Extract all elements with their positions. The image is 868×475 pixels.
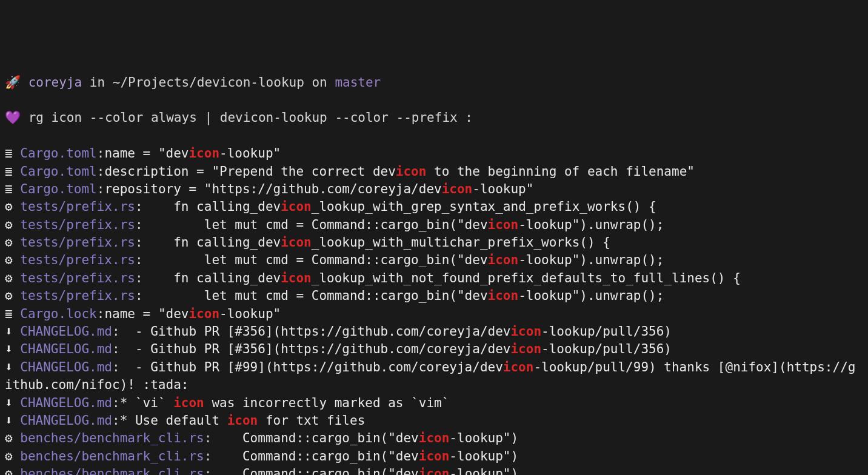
output-line: ⬇ CHANGELOG.md:* `vi` icon was incorrect… (5, 394, 863, 412)
line-content: name = "dev (104, 307, 189, 321)
rust-icon: ⚙ (5, 431, 20, 445)
line-content: _lookup_with_grep_syntax_and_prefix_work… (312, 199, 656, 214)
prompt-branch: master (335, 75, 381, 90)
prompt-in: in (82, 75, 113, 90)
filename: CHANGELOG.md (20, 360, 112, 374)
output-line: ⚙ tests/prefix.rs: let mut cmd = Command… (5, 287, 863, 305)
line-content: repository = "https://github.com/coreyja… (104, 182, 441, 196)
line-content: -lookup" (472, 182, 533, 196)
prompt-user: coreyja (28, 75, 82, 90)
separator: : (97, 182, 105, 196)
rust-icon: ⚙ (5, 253, 20, 267)
line-content: for txt files (258, 413, 365, 428)
line-content: -lookup").unwrap(); (518, 253, 664, 267)
line-content: description = "Prepend the correct dev (104, 164, 395, 179)
md-icon: ⬇ (5, 413, 20, 428)
prompt-line-2[interactable]: 💜 rg icon --color always | devicon-looku… (5, 109, 863, 127)
output-line: ≣ Cargo.toml:repository = "https://githu… (5, 181, 863, 198)
filename: tests/prefix.rs (20, 288, 135, 303)
match-highlight: icon (419, 431, 450, 445)
filename: Cargo.toml (20, 146, 96, 161)
separator: : (204, 431, 212, 445)
separator: : (112, 342, 120, 356)
terminal-output: ≣ Cargo.toml:name = "devicon-lookup"≣ Ca… (5, 145, 863, 475)
output-line: ⬇ CHANGELOG.md:* Use default icon for tx… (5, 412, 863, 430)
match-highlight: icon (510, 324, 541, 339)
line-content: -lookup/pull/356) (541, 342, 672, 356)
output-line: ⬇ CHANGELOG.md: - Github PR [#356](https… (5, 340, 863, 358)
filename: CHANGELOG.md (20, 396, 112, 410)
output-line: ⚙ tests/prefix.rs: let mut cmd = Command… (5, 216, 863, 234)
rocket-icon: 🚀 (5, 75, 28, 90)
match-highlight: icon (488, 253, 519, 267)
match-highlight: icon (419, 467, 450, 475)
md-icon: ⬇ (5, 360, 20, 374)
output-line: ⚙ tests/prefix.rs: let mut cmd = Command… (5, 251, 863, 269)
line-content: Command::cargo_bin("dev (212, 467, 418, 475)
config-icon: ≣ (5, 164, 20, 179)
md-icon: ⬇ (5, 342, 20, 356)
md-icon: ⬇ (5, 324, 20, 339)
separator: : (135, 253, 143, 267)
separator: : (204, 467, 212, 475)
prompt-on: on (304, 75, 335, 90)
filename: CHANGELOG.md (20, 413, 112, 428)
match-highlight: icon (227, 413, 258, 428)
output-line: ⚙ tests/prefix.rs: fn calling_devicon_lo… (5, 234, 863, 251)
match-highlight: icon (488, 288, 519, 303)
separator: : (97, 164, 105, 179)
line-content: -lookup") (449, 431, 518, 445)
filename: Cargo.toml (20, 164, 96, 179)
line-content: _lookup_with_multichar_prefix_works() { (312, 235, 610, 250)
separator: : (112, 396, 120, 410)
config-icon: ≣ (5, 182, 20, 196)
line-content: -lookup") (449, 467, 518, 475)
line-content: to the beginning of each filename" (426, 164, 695, 179)
output-line: ⚙ benches/benchmark_cli.rs: Command::car… (5, 430, 863, 447)
output-line: ≣ Cargo.toml:name = "devicon-lookup" (5, 145, 863, 162)
separator: : (112, 324, 120, 339)
filename: benches/benchmark_cli.rs (20, 431, 204, 445)
line-content: -lookup" (219, 307, 281, 321)
line-content: * Use default (120, 413, 227, 428)
line-content: -lookup/pull/356) (541, 324, 672, 339)
filename: Cargo.toml (20, 182, 96, 196)
filename: benches/benchmark_cli.rs (20, 449, 204, 463)
filename: tests/prefix.rs (20, 218, 135, 232)
output-line: ⚙ benches/benchmark_cli.rs: Command::car… (5, 448, 863, 465)
line-content: * `vi` (120, 396, 174, 410)
separator: : (135, 199, 143, 214)
line-content: let mut cmd = Command::cargo_bin("dev (143, 288, 488, 303)
rust-icon: ⚙ (5, 288, 20, 303)
line-content: -lookup") (449, 449, 518, 463)
prompt-path: ~/Projects/devicon-lookup (113, 75, 304, 90)
heart-icon: 💜 (5, 110, 28, 125)
line-content: fn calling_dev (143, 271, 281, 285)
rust-icon: ⚙ (5, 467, 20, 475)
rust-icon: ⚙ (5, 218, 20, 232)
separator: : (135, 235, 143, 250)
line-content: fn calling_dev (143, 199, 281, 214)
rust-icon: ⚙ (5, 199, 20, 214)
prompt-line-1: 🚀 coreyja in ~/Projects/devicon-lookup o… (5, 74, 863, 91)
filename: Cargo.lock (20, 307, 96, 321)
rust-icon: ⚙ (5, 271, 20, 285)
line-content: -lookup" (219, 146, 281, 161)
separator: : (112, 413, 120, 428)
output-line: ⚙ benches/benchmark_cli.rs: Command::car… (5, 465, 863, 475)
match-highlight: icon (189, 307, 219, 321)
separator: : (204, 449, 212, 463)
match-highlight: icon (488, 218, 519, 232)
filename: CHANGELOG.md (20, 342, 112, 356)
separator: : (135, 218, 143, 232)
filename: tests/prefix.rs (20, 199, 135, 214)
rust-icon: ⚙ (5, 449, 20, 463)
output-line: ⚙ tests/prefix.rs: fn calling_devicon_lo… (5, 270, 863, 287)
rust-icon: ⚙ (5, 235, 20, 250)
line-content: fn calling_dev (143, 235, 281, 250)
line-content: - Github PR [#356](https://github.com/co… (120, 342, 511, 356)
match-highlight: icon (281, 271, 312, 285)
line-content: let mut cmd = Command::cargo_bin("dev (143, 218, 488, 232)
match-highlight: icon (442, 182, 473, 196)
config-icon: ≣ (5, 146, 20, 161)
